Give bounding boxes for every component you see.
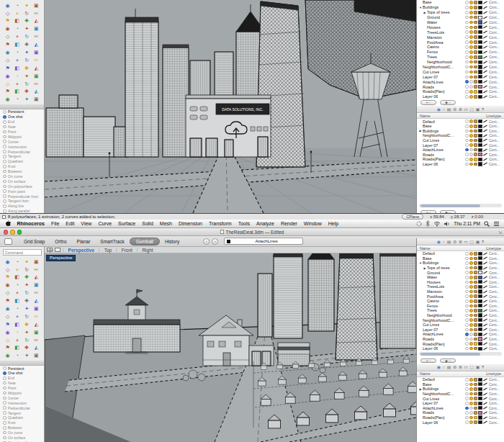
layer-linetype[interactable]: Cont... — [489, 318, 503, 323]
layer-linetype[interactable]: Cont... — [489, 392, 503, 396]
layer-linetype[interactable]: Cont... — [489, 323, 503, 327]
layer-color-swatch[interactable] — [478, 387, 482, 391]
layers-hscrollbar[interactable] — [419, 352, 502, 356]
layer-color-swatch[interactable] — [478, 294, 482, 298]
layer-color-swatch[interactable] — [478, 153, 482, 156]
layer-print-width-icon[interactable] — [483, 323, 487, 327]
current-layer-radio[interactable] — [465, 158, 469, 161]
tool-icon[interactable]: ◧ — [12, 64, 22, 71]
layer-lock-icon[interactable] — [474, 271, 477, 274]
layer-lock-icon[interactable] — [474, 134, 477, 137]
layer-color-swatch[interactable] — [478, 85, 482, 89]
layer-row[interactable]: Roads(Plan)Cont... — [417, 341, 504, 346]
layer-visibility-bulb-icon[interactable] — [469, 271, 473, 274]
spotlight-icon[interactable] — [484, 221, 490, 227]
current-layer-radio[interactable] — [465, 85, 469, 89]
layer-filter-button[interactable]: ◉ − — [440, 100, 456, 105]
layer-print-width-icon[interactable] — [483, 60, 487, 64]
layer-row[interactable]: MansionCont... — [417, 35, 504, 40]
layer-linetype[interactable]: Cont... — [489, 382, 503, 387]
layer-linetype[interactable]: Cont... — [489, 65, 503, 69]
list-icon[interactable]: ≣ — [459, 365, 462, 369]
tool-icon[interactable]: ▣ — [32, 25, 41, 32]
layer-linetype[interactable]: Cont... — [489, 289, 503, 294]
toggle-history[interactable]: History — [160, 239, 184, 244]
current-layer-radio[interactable] — [465, 420, 469, 424]
layer-row[interactable]: RoadsCont... — [417, 410, 504, 415]
layer-lock-icon[interactable] — [474, 318, 477, 322]
layer-print-width-icon[interactable] — [483, 125, 487, 128]
tool-icon[interactable]: ↻ — [22, 289, 32, 297]
layer-linetype[interactable]: Cont... — [489, 342, 503, 346]
layer-lock-icon[interactable] — [474, 143, 477, 147]
tool-icon[interactable]: ✂ — [32, 9, 41, 17]
radio-icon[interactable] — [3, 130, 6, 134]
layer-print-width-icon[interactable] — [483, 143, 487, 147]
tool-icon[interactable]: ✂ — [32, 56, 41, 63]
osnap-item-along-line[interactable]: Along line — [0, 204, 44, 209]
layer-row[interactable]: Roads(Plan)Cont... — [417, 157, 504, 162]
tool-icon[interactable]: ◧ — [12, 297, 22, 304]
layer-row[interactable]: Layer 06Cont... — [417, 420, 504, 425]
tool-icon[interactable]: ◧ — [12, 320, 22, 328]
layer-lock-icon[interactable] — [474, 392, 477, 396]
layer-linetype[interactable]: Cont... — [489, 271, 503, 275]
layer-print-width-icon[interactable] — [483, 256, 487, 260]
tool-icon[interactable]: ◇ — [3, 80, 12, 87]
layer-linetype[interactable]: Cont... — [489, 377, 503, 382]
layer-lock-icon[interactable] — [474, 342, 477, 346]
tool-icon[interactable]: ↻ — [22, 33, 32, 40]
layer-lock-icon[interactable] — [474, 21, 477, 24]
layer-print-width-icon[interactable] — [483, 280, 487, 284]
zoom-window-button[interactable] — [17, 230, 22, 234]
current-layer-radio[interactable] — [465, 35, 469, 39]
layer-filter-button[interactable]: ◉ − — [440, 358, 456, 364]
layer-row[interactable]: ▶Tops of treesCont... — [417, 266, 504, 271]
layer-linetype[interactable]: Cont... — [489, 397, 503, 401]
layer-row[interactable]: RoadsCont... — [417, 84, 504, 89]
layer-color-swatch[interactable] — [478, 129, 482, 132]
tool-icon[interactable]: ↻ — [22, 266, 32, 273]
layer-color-swatch[interactable] — [478, 309, 482, 312]
toggle-ortho[interactable]: Ortho — [50, 239, 71, 244]
layer-print-width-icon[interactable] — [483, 55, 487, 59]
tab-right[interactable]: Right — [138, 248, 157, 253]
layer-lock-icon[interactable] — [474, 378, 477, 382]
radio-icon[interactable] — [3, 189, 6, 193]
folder-icon[interactable]: ▭ — [464, 365, 468, 369]
layer-lock-icon[interactable] — [474, 323, 477, 327]
layer-color-swatch[interactable] — [478, 406, 482, 410]
radio-icon[interactable] — [3, 125, 6, 129]
osnap-item-between[interactable]: Between — [0, 425, 44, 430]
layer-linetype[interactable]: Cont... — [489, 20, 503, 24]
box-icon[interactable]: ▢ — [469, 365, 474, 369]
current-layer-radio[interactable] — [465, 402, 469, 405]
layer-visibility-bulb-icon[interactable] — [469, 60, 473, 64]
layer-print-width-icon[interactable] — [483, 382, 487, 386]
layer-visibility-bulb-icon[interactable] — [469, 261, 473, 265]
layer-print-width-icon[interactable] — [483, 299, 487, 303]
tool-icon[interactable]: ✂ — [32, 289, 41, 297]
tool-icon[interactable]: ↻ — [22, 312, 32, 320]
layer-color-swatch[interactable] — [478, 299, 482, 303]
layer-color-swatch[interactable] — [478, 285, 482, 289]
osnap-item-quadrant[interactable]: Quadrant — [0, 159, 44, 164]
gear-icon[interactable]: ⚙ — [453, 107, 456, 112]
layer-lock-icon[interactable] — [474, 158, 477, 161]
layers-sphere-icon[interactable]: ◉ — [437, 365, 441, 369]
layer-color-swatch[interactable] — [478, 304, 482, 307]
radio-icon[interactable] — [3, 416, 6, 420]
layer-visibility-bulb-icon[interactable] — [469, 71, 473, 74]
tool-icon[interactable]: ◭ — [32, 297, 41, 304]
layer-visibility-bulb-icon[interactable] — [469, 119, 473, 123]
menu-app-name[interactable]: Rhinoceros — [14, 221, 48, 226]
layer-color-swatch[interactable] — [478, 95, 482, 99]
apple-menu-icon[interactable] — [3, 220, 14, 227]
layer-visibility-bulb-icon[interactable] — [469, 416, 473, 420]
layer-color-swatch[interactable] — [478, 420, 482, 424]
tool-icon[interactable]: ◧ — [12, 274, 22, 281]
current-layer-radio[interactable] — [465, 299, 469, 303]
layer-lock-icon[interactable] — [474, 266, 477, 270]
osnap-item-center[interactable]: Center — [0, 139, 44, 144]
layer-row[interactable]: RoadsCont... — [417, 337, 504, 342]
